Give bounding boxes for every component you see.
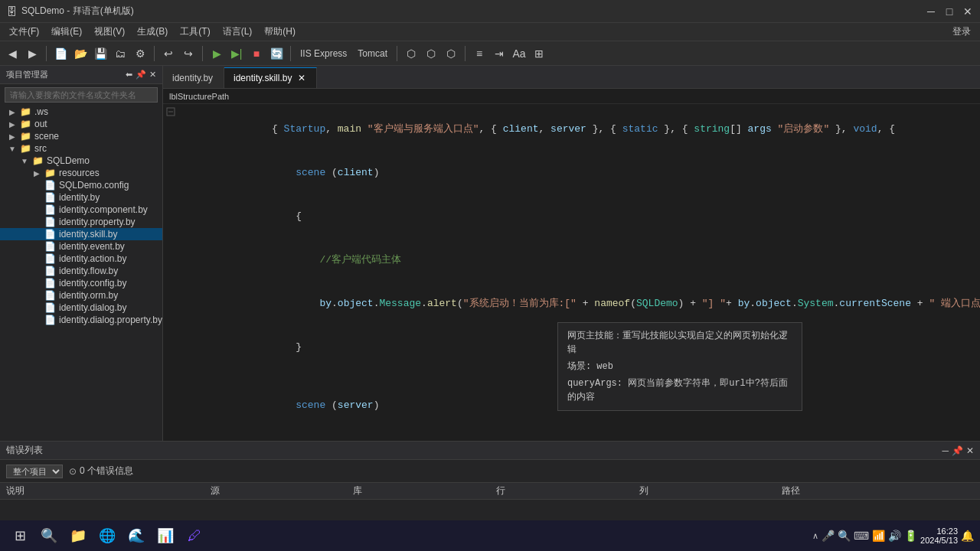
tree-item-identity-action-by[interactable]: 📄 identity.action.by bbox=[0, 253, 162, 265]
tomcat-label[interactable]: Tomcat bbox=[353, 48, 392, 59]
close-button[interactable]: ✕ bbox=[962, 5, 974, 18]
menu-tools[interactable]: 工具(T) bbox=[174, 24, 216, 40]
tree-item-out[interactable]: ▶ 📁 out bbox=[0, 118, 162, 130]
sidebar-close-icon[interactable]: ✕ bbox=[149, 70, 156, 80]
align-button[interactable]: Aa bbox=[510, 44, 528, 63]
tree-item-sqldemo[interactable]: ▼ 📁 SQLDemo bbox=[0, 155, 162, 167]
menu-build[interactable]: 生成(B) bbox=[131, 24, 174, 40]
tree-item-resources[interactable]: ▶ 📁 resources bbox=[0, 167, 162, 179]
search-input[interactable] bbox=[5, 87, 158, 103]
menu-view[interactable]: 视图(V) bbox=[88, 24, 131, 40]
menu-lang[interactable]: 语言(L) bbox=[217, 24, 259, 40]
taskbar-wifi-icon[interactable]: 📶 bbox=[872, 530, 885, 542]
taskbar-app-button[interactable]: 📊 bbox=[152, 522, 179, 549]
line-num-2 bbox=[178, 151, 209, 152]
taskbar-time[interactable]: 16:23 2024/5/13 bbox=[920, 527, 958, 545]
taskbar-search-icon[interactable]: 🔍 bbox=[838, 530, 851, 542]
expand-arrow-resources[interactable]: ▶ bbox=[31, 169, 43, 178]
error-panel-pin-icon[interactable]: 📌 bbox=[952, 445, 963, 456]
maximize-button[interactable]: □ bbox=[943, 5, 956, 18]
stop-button[interactable]: ■ bbox=[247, 44, 266, 63]
undo-button[interactable]: ↩ bbox=[159, 44, 178, 63]
tree-item-identity-skill-by[interactable]: 📄 identity.skill.by bbox=[0, 228, 162, 240]
config-button[interactable]: ⚙ bbox=[131, 44, 149, 63]
taskbar-files-button[interactable]: 📁 bbox=[64, 522, 92, 549]
line-content-4: //客户端代码主体 bbox=[209, 238, 980, 282]
tab-label-identity-by: identity.by bbox=[172, 73, 213, 83]
open-button[interactable]: 📂 bbox=[71, 44, 90, 63]
grid-button[interactable]: ⊞ bbox=[530, 44, 548, 63]
error-panel-close-icon[interactable]: ✕ bbox=[966, 445, 974, 456]
taskbar-volume-icon[interactable]: 🔊 bbox=[888, 530, 901, 542]
back-button[interactable]: ◀ bbox=[3, 44, 21, 63]
sidebar-pin-icon[interactable]: 📌 bbox=[136, 70, 146, 80]
error-filter-select[interactable]: 整个项目 bbox=[6, 465, 63, 478]
run-debug-button[interactable]: ▶| bbox=[227, 44, 246, 63]
menu-file[interactable]: 文件(F) bbox=[3, 24, 45, 40]
main-layout: 项目管理器 ⬅ 📌 ✕ ▶ 📁 .ws ▶ 📁 out bbox=[0, 66, 980, 441]
taskbar-icons: ⊞ 🔍 📁 🌐 🌊 📊 🖊 bbox=[6, 522, 208, 549]
tree-item-identity-dialog-property-by[interactable]: 📄 identity.dialog.property.by bbox=[0, 314, 162, 326]
taskbar-browser-button[interactable]: 🌐 bbox=[93, 522, 121, 549]
file-icon-identity-dialog-by: 📄 bbox=[43, 302, 57, 313]
code-line-2: scene (client) bbox=[163, 151, 980, 194]
expand-arrow-out[interactable]: ▶ bbox=[6, 120, 18, 129]
format-button[interactable]: ≡ bbox=[470, 44, 488, 63]
menu-help[interactable]: 帮助(H) bbox=[258, 24, 302, 40]
sidebar-collapse-icon[interactable]: ⬅ bbox=[126, 70, 132, 80]
expand-arrow-src[interactable]: ▼ bbox=[6, 145, 18, 153]
tab-close-identity-skill-by[interactable]: ✕ bbox=[296, 73, 307, 83]
iis-express-label[interactable]: IIS Express bbox=[296, 48, 351, 59]
taskbar-ide-button[interactable]: 🖊 bbox=[181, 522, 208, 549]
tree-item-identity-by[interactable]: 📄 identity.by bbox=[0, 191, 162, 204]
taskbar-battery-icon[interactable]: 🔋 bbox=[904, 530, 917, 542]
tb-btn-2[interactable]: ⬡ bbox=[422, 44, 440, 63]
tab-identity-skill-by[interactable]: identity.skill.by ✕ bbox=[224, 67, 317, 88]
code-content[interactable]: { Startup, main "客户端与服务端入口点", { client, … bbox=[163, 104, 980, 441]
taskbar-chevron-icon[interactable]: ∧ bbox=[812, 531, 818, 541]
tree-item-scene[interactable]: ▶ 📁 scene bbox=[0, 130, 162, 142]
redo-button[interactable]: ↪ bbox=[179, 44, 198, 63]
menu-login[interactable]: 登录 bbox=[946, 24, 977, 40]
refresh-button[interactable]: 🔄 bbox=[267, 44, 286, 63]
tb-btn-1[interactable]: ⬡ bbox=[402, 44, 420, 63]
new-file-button[interactable]: 📄 bbox=[51, 44, 70, 63]
tree-item-identity-component-by[interactable]: 📄 identity.component.by bbox=[0, 204, 162, 216]
tree-item-identity-event-by[interactable]: 📄 identity.event.by bbox=[0, 240, 162, 253]
expand-arrow-scene[interactable]: ▶ bbox=[6, 132, 18, 141]
line-num-9 bbox=[178, 427, 209, 428]
taskbar-keyboard-icon[interactable]: ⌨ bbox=[854, 530, 869, 542]
tab-list-button[interactable]: ▼ bbox=[978, 73, 980, 83]
sidebar: 项目管理器 ⬅ 📌 ✕ ▶ 📁 .ws ▶ 📁 out bbox=[0, 66, 163, 441]
save-all-button[interactable]: 🗂 bbox=[111, 44, 129, 63]
tree-item-identity-property-by[interactable]: 📄 identity.property.by bbox=[0, 216, 162, 228]
indent-button[interactable]: ⇥ bbox=[490, 44, 508, 63]
minimize-button[interactable]: ─ bbox=[925, 5, 937, 18]
error-panel-collapse-icon[interactable]: ─ bbox=[942, 445, 949, 456]
taskbar-start-button[interactable]: ⊞ bbox=[6, 522, 34, 549]
tree-item-identity-config-by[interactable]: 📄 identity.config.by bbox=[0, 277, 162, 289]
taskbar-search-button[interactable]: 🔍 bbox=[35, 522, 63, 549]
menu-bar: 文件(F) 编辑(E) 视图(V) 生成(B) 工具(T) 语言(L) 帮助(H… bbox=[0, 23, 980, 41]
taskbar-notify-icon[interactable]: 🔔 bbox=[961, 530, 974, 542]
taskbar-edge-button[interactable]: 🌊 bbox=[122, 522, 150, 549]
tree-item-identity-orm-by[interactable]: 📄 identity.orm.by bbox=[0, 289, 162, 302]
tree-item-identity-flow-by[interactable]: 📄 identity.flow.by bbox=[0, 265, 162, 277]
forward-button[interactable]: ▶ bbox=[23, 44, 41, 63]
tb-btn-3[interactable]: ⬡ bbox=[442, 44, 460, 63]
tree-item-ws[interactable]: ▶ 📁 .ws bbox=[0, 106, 162, 118]
taskbar-mic-icon[interactable]: 🎤 bbox=[822, 530, 835, 542]
tree-item-sqldemo-config[interactable]: 📄 SQLDemo.config bbox=[0, 179, 162, 191]
tab-identity-by[interactable]: identity.by bbox=[163, 67, 224, 88]
line-content-2: scene (client) bbox=[209, 151, 980, 194]
separator-1 bbox=[46, 46, 47, 61]
menu-edit[interactable]: 编辑(E) bbox=[45, 24, 88, 40]
expand-arrow-ws[interactable]: ▶ bbox=[6, 108, 18, 116]
expand-arrow-sqldemo[interactable]: ▼ bbox=[18, 157, 31, 165]
line-num-5 bbox=[178, 282, 209, 282]
tree-item-identity-dialog-by[interactable]: 📄 identity.dialog.by bbox=[0, 302, 162, 314]
col-lib: 库 bbox=[347, 483, 490, 500]
save-button[interactable]: 💾 bbox=[91, 44, 109, 63]
run-button[interactable]: ▶ bbox=[207, 44, 226, 63]
tree-item-src[interactable]: ▼ 📁 src bbox=[0, 142, 162, 155]
